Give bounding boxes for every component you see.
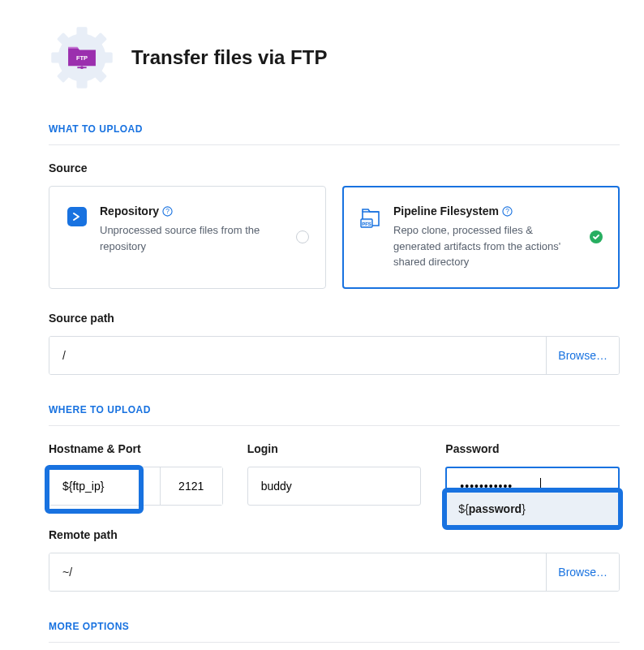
password-label: Password	[445, 442, 620, 455]
source-path-label: Source path	[49, 312, 620, 325]
pipeline-fs-desc: Repo clone, processed files & generated …	[393, 222, 578, 270]
help-icon[interactable]: ?	[162, 206, 173, 217]
section-what-to-upload: WHAT TO UPLOAD	[49, 123, 620, 145]
source-path-row: Browse…	[49, 336, 620, 375]
port-input[interactable]	[161, 467, 222, 505]
svg-text:PFS: PFS	[362, 222, 371, 226]
remote-path-row: Browse…	[49, 553, 620, 592]
svg-rect-4	[103, 52, 112, 62]
source-option-pipeline-filesystem[interactable]: PFS Pipeline Filesystem ? Repo clone, pr…	[342, 186, 620, 289]
svg-point-11	[80, 66, 84, 69]
source-options: Repository ? Unprocessed source files fr…	[49, 186, 620, 289]
svg-text:?: ?	[165, 207, 170, 215]
repository-title: Repository	[100, 204, 159, 217]
remote-path-input[interactable]	[49, 553, 546, 591]
svg-rect-1	[76, 27, 87, 36]
hostname-input[interactable]	[49, 467, 161, 505]
hostname-label: Hostname & Port	[49, 442, 223, 455]
browse-remote-button[interactable]: Browse…	[546, 553, 619, 591]
section-more-options: MORE OPTIONS	[49, 621, 620, 643]
pipeline-fs-title: Pipeline Filesystem	[393, 204, 499, 217]
repository-icon	[66, 205, 88, 228]
svg-rect-12	[67, 207, 87, 226]
help-icon[interactable]: ?	[502, 206, 513, 217]
svg-rect-2	[76, 79, 87, 88]
suggestion-suffix: }	[522, 502, 526, 515]
browse-source-button[interactable]: Browse…	[546, 337, 619, 374]
password-field-group: Password ${password}	[445, 442, 620, 506]
suggestion-prefix: ${	[458, 502, 468, 515]
login-field-group: Login	[247, 442, 422, 506]
source-label: Source	[49, 161, 620, 174]
login-label: Login	[247, 442, 422, 455]
password-suggestion[interactable]: ${password}	[442, 488, 623, 530]
check-icon	[590, 230, 603, 243]
pipeline-fs-icon: PFS	[359, 205, 382, 228]
section-where-to-upload: WHERE TO UPLOAD	[49, 404, 620, 426]
source-path-input[interactable]	[49, 337, 546, 374]
remote-path-label: Remote path	[49, 528, 620, 541]
svg-text:FTP: FTP	[76, 54, 88, 62]
ftp-badge: FTP	[49, 24, 115, 91]
suggestion-match: password	[469, 502, 522, 515]
login-input[interactable]	[247, 467, 422, 506]
folder-ftp-icon: FTP	[66, 45, 98, 71]
radio-unchecked-icon	[296, 230, 309, 243]
page-header: FTP Transfer files via FTP	[49, 24, 620, 91]
svg-text:?: ?	[505, 207, 509, 215]
source-option-repository[interactable]: Repository ? Unprocessed source files fr…	[49, 186, 326, 289]
repository-desc: Unprocessed source files from the reposi…	[100, 222, 285, 254]
hostname-field-group: Hostname & Port	[49, 442, 223, 506]
svg-rect-3	[51, 52, 60, 62]
page-title: Transfer files via FTP	[131, 46, 327, 69]
